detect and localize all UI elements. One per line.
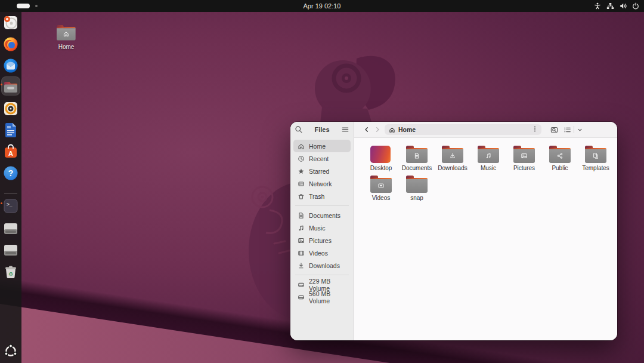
file-grid: Desktop Documents bbox=[354, 138, 614, 204]
folder-videos[interactable]: Videos bbox=[363, 174, 399, 204]
libreoffice-writer-icon[interactable] bbox=[2, 122, 19, 139]
hamburger-menu-button[interactable] bbox=[341, 125, 349, 134]
pictures-folder-icon bbox=[513, 146, 535, 163]
folder-contents: Desktop Documents bbox=[354, 138, 617, 340]
clock[interactable]: Apr 19 02:10 bbox=[0, 0, 644, 12]
drive-icon bbox=[298, 294, 305, 301]
path-bar[interactable]: Home bbox=[385, 124, 541, 135]
sidebar-item-starred[interactable]: Starred bbox=[293, 165, 351, 177]
music-note-glyph-icon bbox=[485, 152, 492, 159]
house-glyph-icon bbox=[63, 30, 69, 37]
folder-documents[interactable]: Documents bbox=[399, 144, 435, 174]
sidebar-item-trash[interactable]: Trash bbox=[293, 190, 351, 202]
power-icon[interactable] bbox=[632, 2, 639, 10]
view-options-chevron-icon[interactable] bbox=[575, 125, 584, 134]
back-button[interactable] bbox=[362, 125, 371, 134]
folder-templates[interactable]: Templates bbox=[578, 144, 614, 174]
sidebar-item-network[interactable]: Network bbox=[293, 177, 351, 190]
path-menu-kebab-icon[interactable] bbox=[531, 124, 539, 135]
sidebar-item-label: Pictures bbox=[309, 237, 332, 244]
public-folder-icon bbox=[549, 146, 571, 163]
folder-music[interactable]: Music bbox=[470, 144, 506, 174]
svg-text:A: A bbox=[8, 150, 13, 157]
server-icon bbox=[298, 180, 305, 187]
firefox-icon[interactable] bbox=[2, 36, 19, 53]
header-separator bbox=[574, 126, 574, 133]
downloads-folder-icon bbox=[442, 146, 463, 163]
sidebar-item-label: Recent bbox=[309, 155, 329, 162]
sidebar-item-documents[interactable]: Documents bbox=[293, 209, 351, 222]
drive-icon[interactable] bbox=[2, 220, 19, 237]
sidebar-header: Files bbox=[290, 122, 354, 137]
sidebar-item-recent[interactable]: Recent bbox=[293, 152, 351, 165]
video-glyph-icon bbox=[377, 182, 385, 189]
document-glyph-icon bbox=[413, 152, 420, 159]
dock-divider bbox=[4, 193, 17, 194]
share-glyph-icon bbox=[556, 152, 564, 159]
svg-text:♻: ♻ bbox=[8, 271, 13, 277]
ubuntu-installer-icon[interactable] bbox=[2, 14, 19, 31]
picture-icon bbox=[298, 237, 305, 244]
document-icon bbox=[298, 212, 305, 219]
help-icon[interactable]: ? bbox=[2, 165, 19, 182]
show-apps-icon[interactable] bbox=[2, 343, 19, 359]
ubuntu-software-icon[interactable]: A bbox=[2, 143, 19, 160]
desktop-icon-home[interactable]: Home bbox=[51, 25, 81, 50]
dock: A ? >_ ♻ bbox=[0, 12, 21, 363]
star-icon bbox=[298, 168, 305, 175]
snap-folder-icon bbox=[406, 176, 428, 193]
sidebar-item-label: Videos bbox=[309, 250, 328, 257]
list-view-toggle-icon[interactable] bbox=[562, 125, 572, 134]
sidebar-item-label: Home bbox=[309, 143, 326, 150]
thunderbird-icon[interactable] bbox=[2, 57, 19, 74]
network-icon[interactable] bbox=[606, 2, 614, 10]
folder-pictures[interactable]: Pictures bbox=[506, 144, 542, 174]
documents-folder-icon bbox=[406, 146, 428, 163]
search-in-folder-icon[interactable] bbox=[549, 125, 559, 134]
download-glyph-icon bbox=[449, 152, 456, 159]
folder-public[interactable]: Public bbox=[542, 144, 578, 174]
sidebar-item-home[interactable]: Home bbox=[293, 140, 351, 152]
template-glyph-icon bbox=[592, 152, 599, 159]
sidebar-item-label: Music bbox=[309, 224, 325, 232]
system-tray[interactable] bbox=[594, 0, 639, 12]
sidebar-item-downloads[interactable]: Downloads bbox=[293, 259, 351, 272]
rhythmbox-icon[interactable] bbox=[2, 100, 19, 117]
screen: Apr 19 02:10 bbox=[0, 0, 644, 363]
trash-icon[interactable]: ♻ bbox=[2, 264, 19, 281]
sidebar-item-music[interactable]: Music bbox=[293, 222, 351, 234]
folder-desktop[interactable]: Desktop bbox=[363, 144, 399, 174]
accessibility-icon[interactable] bbox=[594, 2, 601, 10]
home-breadcrumb-icon bbox=[389, 127, 395, 133]
drive-icon[interactable] bbox=[2, 242, 19, 259]
sidebar-item-label: Documents bbox=[309, 212, 340, 219]
current-location-label: Home bbox=[398, 126, 531, 133]
svg-text:?: ? bbox=[8, 168, 14, 178]
sidebar-divider bbox=[295, 275, 349, 275]
music-folder-icon bbox=[478, 146, 499, 163]
terminal-icon[interactable]: >_ bbox=[2, 198, 19, 214]
music-note-icon bbox=[298, 224, 305, 232]
sidebar-item-pictures[interactable]: Pictures bbox=[293, 234, 351, 247]
volume-icon[interactable] bbox=[620, 2, 627, 10]
sidebar-item-videos[interactable]: Videos bbox=[293, 247, 351, 259]
trash-icon bbox=[298, 193, 305, 200]
files-icon[interactable] bbox=[2, 79, 19, 96]
forward-button[interactable] bbox=[373, 125, 382, 134]
drive-icon bbox=[298, 281, 305, 288]
download-icon bbox=[298, 262, 305, 269]
sidebar-item-label: Starred bbox=[309, 168, 329, 175]
templates-folder-icon bbox=[585, 146, 606, 163]
sidebar-item-label: Network bbox=[309, 180, 332, 187]
home-icon bbox=[298, 143, 305, 150]
sidebar-item-volume-229[interactable]: 229 MB Volume bbox=[293, 278, 351, 291]
svg-text:>_: >_ bbox=[7, 202, 13, 207]
sidebar-item-label: Trash bbox=[309, 193, 324, 200]
video-icon bbox=[298, 250, 305, 257]
clock-icon bbox=[298, 155, 305, 162]
sidebar-divider bbox=[295, 205, 349, 206]
sidebar-item-label: Downloads bbox=[309, 262, 340, 269]
folder-downloads[interactable]: Downloads bbox=[435, 144, 470, 174]
folder-snap[interactable]: snap bbox=[399, 174, 435, 204]
sidebar-item-volume-560[interactable]: 560 MB Volume bbox=[293, 291, 351, 303]
